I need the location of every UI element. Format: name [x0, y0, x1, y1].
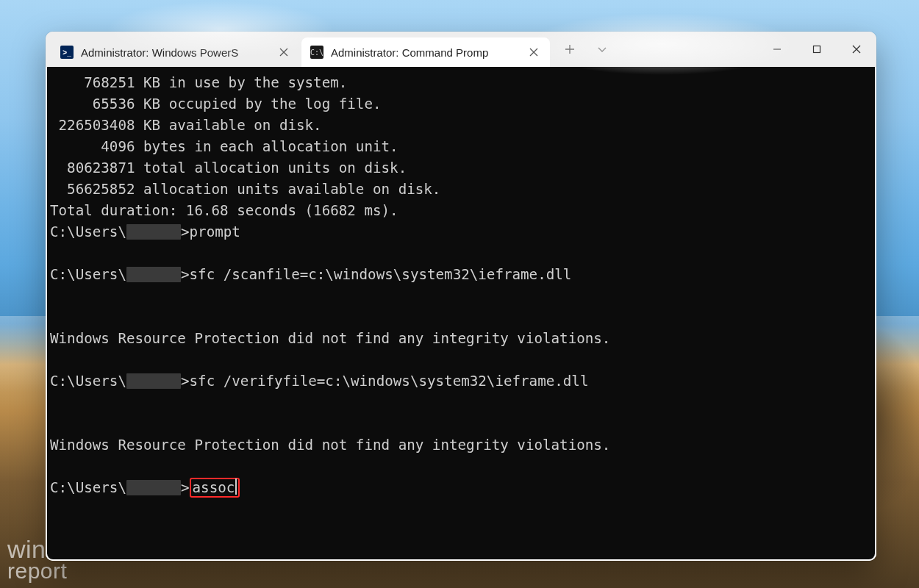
close-icon: [852, 45, 861, 54]
command-text: prompt: [190, 223, 240, 240]
highlighted-command: assoc: [190, 478, 240, 498]
prompt-line-current: C:\Users\█████>assoc: [50, 478, 872, 499]
tabstrip-actions: [551, 32, 621, 67]
terminal-output[interactable]: 768251 KB in use by the system. 65536 KB…: [47, 67, 875, 559]
tab-dropdown-button[interactable]: [587, 37, 618, 61]
close-icon: [279, 48, 288, 57]
prompt-line: C:\Users\█████>prompt: [50, 222, 872, 243]
titlebar[interactable]: >_ Administrator: Windows PowerS C:\ Adm…: [46, 32, 876, 67]
terminal-window: >_ Administrator: Windows PowerS C:\ Adm…: [46, 32, 876, 561]
command-text: assoc: [193, 479, 235, 496]
close-tab-button[interactable]: [273, 42, 294, 62]
output-line: 226503408 KB available on disk.: [50, 115, 872, 137]
output-line: [50, 456, 872, 478]
close-icon: [529, 48, 538, 57]
text-cursor: [235, 478, 237, 495]
terminal-body-wrap: 768251 KB in use by the system. 65536 KB…: [46, 67, 876, 561]
prompt-line: C:\Users\█████>sfc /scanfile=c:\windows\…: [50, 265, 872, 286]
svg-rect-0: [814, 46, 820, 53]
watermark-line2: report: [7, 560, 106, 582]
output-line: [50, 243, 872, 265]
window-controls: [757, 32, 876, 67]
output-line: Total duration: 16.68 seconds (16682 ms)…: [50, 201, 872, 222]
output-line: Windows Resource Protection did not find…: [50, 329, 872, 350]
command-text: sfc /scanfile=c:\windows\system32\iefram…: [190, 266, 572, 283]
redacted-username: █████: [126, 267, 181, 282]
command-text: sfc /verifyfile=c:\windows\system32\iefr…: [190, 373, 589, 390]
close-tab-button[interactable]: [523, 42, 544, 62]
close-window-button[interactable]: [837, 32, 876, 67]
tab-title: Administrator: Command Promp: [331, 46, 516, 59]
tab-command-prompt[interactable]: C:\ Administrator: Command Promp: [301, 37, 550, 67]
output-line: [50, 286, 872, 307]
cmd-icon: C:\: [310, 46, 323, 59]
minimize-icon: [773, 45, 782, 54]
redacted-username: █████: [126, 373, 181, 389]
output-line: 80623871 total allocation units on disk.: [50, 158, 872, 179]
tab-powershell[interactable]: >_ Administrator: Windows PowerS: [51, 37, 300, 67]
redacted-username: █████: [126, 480, 181, 495]
output-line: 65536 KB occupied by the log file.: [50, 94, 872, 115]
minimize-button[interactable]: [757, 32, 797, 67]
output-line: 768251 KB in use by the system.: [50, 73, 872, 94]
output-line: Windows Resource Protection did not find…: [50, 435, 872, 456]
output-line: [50, 414, 872, 435]
tab-title: Administrator: Windows PowerS: [81, 46, 266, 59]
powershell-icon: >_: [60, 46, 74, 59]
output-line: [50, 350, 872, 371]
redacted-username: █████: [126, 224, 181, 240]
output-line: 56625852 allocation units available on d…: [50, 179, 872, 201]
output-line: 4096 bytes in each allocation unit.: [50, 137, 872, 158]
output-line: [50, 392, 872, 414]
output-line: [50, 307, 872, 329]
maximize-button[interactable]: [797, 32, 837, 67]
maximize-icon: [812, 45, 821, 54]
chevron-down-icon: [597, 44, 607, 54]
plus-icon: [565, 44, 575, 54]
prompt-line: C:\Users\█████>sfc /verifyfile=c:\window…: [50, 371, 872, 392]
new-tab-button[interactable]: [554, 37, 585, 61]
